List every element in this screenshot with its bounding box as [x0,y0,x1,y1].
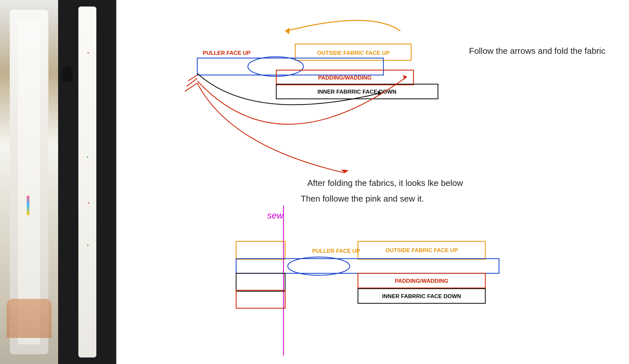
instruction-text-1: Follow the arrows and fold the fabric [469,46,605,56]
svg-point-16 [288,257,350,275]
svg-rect-13 [236,241,285,259]
photo-panel-2 [58,0,116,364]
instruction-text-3: Then followe the pink and sew it. [301,194,424,204]
svg-line-8 [185,83,197,91]
svg-rect-19 [236,290,285,308]
puller-face-up-label-top: PULLER FACE UP [203,50,250,56]
instruction-text-2: After folding the fabrics, it looks lke … [307,178,463,188]
padding-wadding-label-bottom: PADDING/WADDING [395,278,448,284]
svg-line-7 [186,78,197,86]
padding-wadding-label-top: PADDING/WADDING [318,75,372,81]
outside-fabric-label-bottom: OUTSIDE FABRIC FACE UP [385,247,458,253]
svg-rect-15 [236,259,499,273]
inner-fabric-label-bottom: INNER FABRRIC FACE DOWN [382,293,461,299]
svg-marker-0 [285,28,289,34]
outside-fabric-label-top: OUTSIDE FABRIC FACE UP [317,50,390,56]
svg-rect-17 [236,273,285,291]
svg-point-3 [248,57,303,76]
puller-face-up-label-bottom: PULLER FACE UP [312,248,360,254]
svg-line-6 [188,75,197,81]
photo-panel-1 [0,0,58,364]
sew-label: sew [267,210,284,220]
diagram-area: OUTSIDE FABRIC FACE UP PULLER FACE UP PA… [116,0,629,364]
